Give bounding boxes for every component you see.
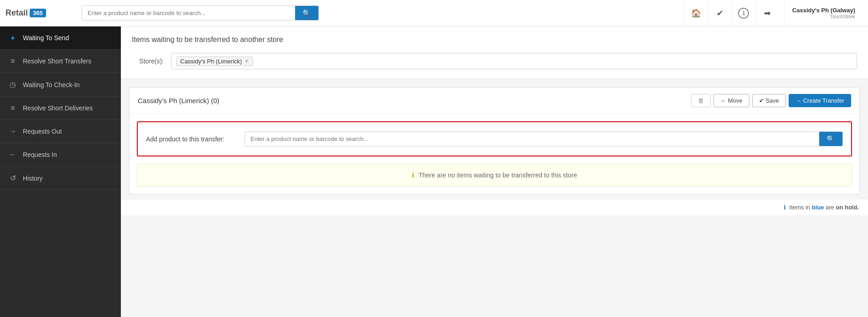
waiting-to-send-icon: ●: [8, 34, 17, 42]
app-header: Retail 365 🔍 🏠 ✔ 1 ➡ Cassidy's Ph (Galwa…: [0, 0, 868, 26]
sidebar-label-resolve-short-transfers: Resolve Short Transfers: [23, 57, 91, 65]
create-transfer-button[interactable]: → Create Transfer: [789, 94, 851, 107]
user-info: Cassidy's Ph (Galway) TouchStore: [785, 0, 863, 26]
sidebar-item-resolve-short-transfers[interactable]: ≡ Resolve Short Transfers: [0, 50, 121, 73]
sidebar-label-waiting-to-check-in: Waiting To Check-In: [23, 81, 80, 88]
no-items-text: There are no items waiting to be transfe…: [418, 171, 577, 179]
logo-retail-text: Retail: [5, 8, 28, 18]
footer-prefix: Items in: [790, 204, 812, 211]
sidebar-label-history: History: [23, 175, 43, 182]
footer-middle: are: [826, 204, 836, 211]
page-header-section: Items waiting to be transferred to anoth…: [121, 26, 868, 79]
history-icon: ↺: [8, 174, 17, 182]
store-tag: Cassidy's Ph (Limerick) ✕: [176, 57, 253, 66]
requests-in-icon: ←: [8, 151, 17, 159]
app-layout: ● Waiting To Send ≡ Resolve Short Transf…: [0, 26, 868, 317]
header-search-bar: 🔍: [82, 5, 319, 21]
store-tag-remove[interactable]: ✕: [244, 58, 249, 64]
transfer-icon-button[interactable]: ➡: [755, 0, 779, 26]
header-search-button[interactable]: 🔍: [295, 6, 318, 20]
user-app-name: TouchStore: [792, 14, 855, 19]
sidebar-label-requests-out: Requests Out: [23, 128, 62, 135]
checkmark-icon-button[interactable]: ✔: [708, 0, 732, 26]
notification-badge-button[interactable]: 1: [732, 0, 755, 26]
header-icon-group: 🏠 ✔ 1 ➡: [684, 0, 779, 26]
home-icon-button[interactable]: 🏠: [684, 0, 708, 26]
footer-note: ℹ Items in blue are on hold.: [121, 199, 868, 215]
add-product-input[interactable]: [245, 132, 819, 146]
transfer-header: Cassidy's Ph (Limerick) (0) 🗑 ← Move ✔ S…: [130, 88, 859, 114]
sidebar-label-waiting-to-send: Waiting To Send: [23, 34, 69, 42]
app-logo: Retail 365: [5, 8, 76, 18]
save-button[interactable]: ✔ Save: [752, 94, 786, 107]
sidebar-label-resolve-short-deliveries: Resolve Short Deliveries: [23, 104, 93, 112]
stores-label: Store(s):: [132, 57, 164, 65]
page-title: Items waiting to be transferred to anoth…: [132, 36, 857, 44]
stores-input-field[interactable]: Cassidy's Ph (Limerick) ✕: [171, 53, 857, 69]
sidebar-item-requests-in[interactable]: ← Requests In: [0, 143, 121, 166]
sidebar-label-requests-in: Requests In: [23, 151, 57, 158]
transfer-actions: 🗑 ← Move ✔ Save → Create Transfer: [691, 94, 851, 107]
sidebar-item-requests-out[interactable]: → Requests Out: [0, 120, 121, 143]
transfer-title: Cassidy's Ph (Limerick) (0): [138, 97, 219, 104]
footer-info-icon: ℹ: [784, 204, 786, 211]
main-content: Items waiting to be transferred to anoth…: [121, 26, 868, 317]
sidebar: ● Waiting To Send ≡ Resolve Short Transf…: [0, 26, 121, 317]
transfer-section: Cassidy's Ph (Limerick) (0) 🗑 ← Move ✔ S…: [129, 87, 860, 194]
store-tag-text: Cassidy's Ph (Limerick): [180, 58, 242, 65]
add-product-row: Add product to this transfer: 🔍: [137, 121, 852, 156]
resolve-short-deliveries-icon: ≡: [8, 104, 17, 112]
move-button[interactable]: ← Move: [713, 94, 749, 107]
notification-count: 1: [738, 8, 749, 19]
add-product-label: Add product to this transfer:: [146, 135, 237, 143]
user-store-name: Cassidy's Ph (Galway): [792, 7, 855, 14]
info-icon: ℹ: [412, 171, 414, 179]
waiting-to-check-in-icon: ◷: [8, 80, 17, 89]
sidebar-item-waiting-to-send[interactable]: ● Waiting To Send: [0, 26, 121, 50]
add-product-search-button[interactable]: 🔍: [819, 132, 842, 146]
stores-row: Store(s): Cassidy's Ph (Limerick) ✕: [132, 53, 857, 69]
footer-bold-text: on hold.: [836, 204, 859, 211]
sidebar-item-waiting-to-check-in[interactable]: ◷ Waiting To Check-In: [0, 73, 121, 97]
sidebar-item-history[interactable]: ↺ History: [0, 166, 121, 190]
footer-blue-text: blue: [812, 204, 824, 211]
sidebar-item-resolve-short-deliveries[interactable]: ≡ Resolve Short Deliveries: [0, 97, 121, 120]
logo-badge: 365: [30, 9, 46, 17]
requests-out-icon: →: [8, 127, 17, 135]
header-search-input[interactable]: [82, 6, 295, 20]
no-items-message: ℹ There are no items waiting to be trans…: [137, 164, 852, 187]
delete-button[interactable]: 🗑: [691, 94, 711, 107]
resolve-short-transfers-icon: ≡: [8, 57, 17, 65]
add-product-search: 🔍: [244, 131, 843, 146]
